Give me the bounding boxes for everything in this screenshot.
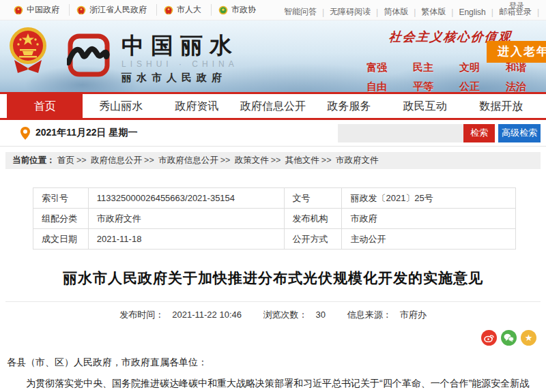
views-label: 浏览次数： <box>263 310 308 320</box>
login-link[interactable]: 登录 <box>509 1 524 11</box>
gov-link-label: 浙江省人民政府 <box>89 4 147 16</box>
national-emblem-icon <box>76 5 86 15</box>
search-input[interactable] <box>338 124 463 142</box>
location-pin-icon <box>20 127 30 140</box>
breadcrumb-separator: >> <box>319 155 334 165</box>
value-item: 富强 <box>354 61 400 74</box>
search-box: 检索 高级检索 <box>338 124 541 142</box>
doc-number-label: 文号 <box>284 188 342 209</box>
article-body: 各县（市、区）人民政府，市政府直属各单位： 为贯彻落实党中央、国务院推进碳达峰碳… <box>7 352 539 392</box>
value-item: 和谐 <box>493 61 539 74</box>
breadcrumb-info-disclosure[interactable]: 政府信息公开 <box>91 155 142 165</box>
disclosure-method-value: 主动公开 <box>342 229 516 250</box>
advanced-search-button[interactable]: 高级检索 <box>498 124 541 142</box>
link-city-cppcc[interactable]: 市政协 <box>211 4 263 16</box>
publish-time: 2021-11-22 10:46 <box>172 310 242 320</box>
issuing-agency-label: 发布机构 <box>284 209 342 229</box>
table-row: 索引号 113325000026455663/2021-35154 文号 丽政发… <box>33 188 516 209</box>
breadcrumb-separator: >> <box>269 155 283 165</box>
date-search-bar: 2021年11月22日 星期一 检索 高级检索 <box>0 120 546 147</box>
breadcrumb-separator: >> <box>142 155 156 165</box>
gov-link-label: 市政协 <box>231 4 256 16</box>
source-label: 信息来源： <box>347 310 392 320</box>
nav-item-home[interactable]: 首页 <box>7 92 83 120</box>
article-paragraph: 为贯彻落实党中央、国务院推进碳达峰碳中和重大战略决策部署和习近平总书记关于“四个… <box>7 373 539 392</box>
breadcrumb: 当前位置： 首页>> 政府信息公开>> 市政府信息公开>> 政策文件>> 其他文… <box>5 152 541 169</box>
top-utility-bar: 中国政府 浙江省人民政府 市人大 市政协 智能问答| 无障碍阅读| 简体版| 繁… <box>0 0 546 20</box>
gov-link-label: 中国政府 <box>27 4 59 16</box>
national-emblem-icon <box>164 5 173 15</box>
search-button[interactable]: 检索 <box>463 124 495 142</box>
share-bar: ★ <box>0 330 536 346</box>
value-item: 文明 <box>446 61 493 74</box>
breadcrumb-separator: >> <box>74 155 89 165</box>
link-zhejiang-gov[interactable]: 浙江省人民政府 <box>69 4 154 16</box>
source-value: 市府办 <box>400 310 427 320</box>
disclosure-method-label: 公开方式 <box>284 229 342 250</box>
elderly-version-button[interactable]: 进入老年版 <box>487 41 546 63</box>
main-nav: 首页 秀山丽水 政府资讯 政府信息公开 政务服务 政民互动 数据开放 <box>0 92 546 120</box>
value-item: 民主 <box>400 61 446 74</box>
doc-number-value: 丽政发〔2021〕25号 <box>342 188 516 209</box>
nav-item-scenic-lishui[interactable]: 秀山丽水 <box>83 94 158 118</box>
nav-item-gov-services[interactable]: 政务服务 <box>311 94 387 118</box>
views-count: 30 <box>316 310 326 320</box>
table-row: 成文日期 2021-11-18 公开方式 主动公开 <box>33 229 516 250</box>
publish-time-label: 发布时间： <box>119 310 164 320</box>
breadcrumb-city-info-disclosure[interactable]: 市政府信息公开 <box>158 155 218 165</box>
value-item: 平等 <box>400 80 446 92</box>
breadcrumb-home[interactable]: 首页 <box>57 155 74 165</box>
link-accessibility[interactable]: 无障碍阅读 <box>324 6 376 18</box>
value-item: 自由 <box>354 80 400 92</box>
index-number-value: 113325000026455663/2021-35154 <box>88 188 284 209</box>
weibo-share-icon[interactable] <box>481 330 497 346</box>
issue-date-value: 2021-11-18 <box>88 229 284 250</box>
breadcrumb-policy-docs[interactable]: 政策文件 <box>235 155 269 165</box>
utility-links: 智能问答| 无障碍阅读| 简体版| 繁体版| English| 邮箱登录| <box>278 6 539 18</box>
core-values-grid: 富强 民主 文明 和谐 自由 平等 公正 法治 爱国 敬业 诚信 友善 <box>354 61 539 92</box>
breadcrumb-label: 当前位置： <box>12 155 55 165</box>
link-simplified[interactable]: 简体版 <box>378 6 414 18</box>
breadcrumb-other-docs[interactable]: 其他文件 <box>285 155 319 165</box>
qzone-share-icon[interactable]: ★ <box>521 330 536 346</box>
site-name: 中国丽水 <box>121 34 239 57</box>
value-item: 法治 <box>493 80 539 92</box>
breadcrumb-separator: >> <box>218 155 233 165</box>
link-china-gov[interactable]: 中国政府 <box>7 4 66 16</box>
cppcc-emblem-icon <box>218 5 228 15</box>
issue-date-label: 成文日期 <box>33 229 89 250</box>
site-header: 中国丽水 LISHUI · CHINA 丽水市人民政府 社会主义核心价值观 富强… <box>0 20 546 92</box>
table-row: 组配分类 市政府文件 发布机构 市政府 <box>33 209 516 229</box>
article-paragraph: 各县（市、区）人民政府，市政府直属各单位： <box>7 352 539 373</box>
lishui-seal-logo <box>67 33 111 78</box>
site-subtitle: 丽水市人民政府 <box>121 72 239 85</box>
link-smart-qa[interactable]: 智能问答 <box>278 6 322 18</box>
article-title: 丽水市人民政府关于加快推进分布式光伏规模化开发的实施意见 <box>0 269 546 288</box>
nav-item-interaction[interactable]: 政民互动 <box>387 94 463 118</box>
document-info-table: 索引号 113325000026455663/2021-35154 文号 丽政发… <box>33 187 516 250</box>
category-value: 市政府文件 <box>88 209 284 229</box>
category-label: 组配分类 <box>33 209 89 229</box>
link-city-congress[interactable]: 市人大 <box>156 4 208 16</box>
value-item: 公正 <box>446 80 493 92</box>
gov-links: 中国政府 浙江省人民政府 市人大 市政协 <box>7 4 263 16</box>
link-traditional[interactable]: 繁体版 <box>416 6 451 18</box>
gov-link-label: 市人大 <box>177 4 201 16</box>
issuing-agency-value: 市政府 <box>342 209 516 229</box>
separator: | <box>537 7 539 17</box>
link-english[interactable]: English <box>453 7 491 17</box>
wechat-share-icon[interactable] <box>501 330 517 346</box>
current-date: 2021年11月22日 星期一 <box>35 127 137 139</box>
nav-item-open-data[interactable]: 数据开放 <box>463 94 539 118</box>
breadcrumb-city-gov-docs[interactable]: 市政府文件 <box>336 155 379 165</box>
national-emblem-icon <box>14 5 23 15</box>
article-meta: 发布时间：2021-11-22 10:46 浏览次数：30 信息来源：市府办 <box>5 301 541 321</box>
index-number-label: 索引号 <box>33 188 89 209</box>
national-emblem-icon <box>8 26 48 74</box>
site-name-en: LISHUI · CHINA <box>121 59 239 69</box>
nav-item-gov-news[interactable]: 政府资讯 <box>159 94 235 118</box>
site-brand[interactable]: 中国丽水 LISHUI · CHINA 丽水市人民政府 <box>121 34 239 85</box>
nav-item-info-disclosure[interactable]: 政府信息公开 <box>235 94 311 118</box>
